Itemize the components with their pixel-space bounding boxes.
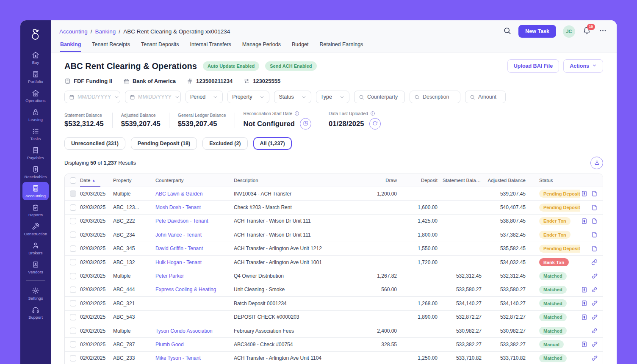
invoice-icon[interactable] xyxy=(581,314,587,320)
sidebar-item-accounting[interactable]: Accounting xyxy=(22,182,49,200)
counterparty-link[interactable]: Pete Davidson - Tenant xyxy=(155,218,208,224)
property-dropdown[interactable]: Property xyxy=(227,91,269,103)
column-header-statement-balance[interactable]: Statement Balance xyxy=(443,178,487,183)
sidebar-item-brokers[interactable]: Brokers xyxy=(22,239,49,257)
invoice-icon[interactable] xyxy=(581,190,587,197)
row-checkbox[interactable] xyxy=(70,355,76,361)
counterparty-link[interactable]: Plumb Good xyxy=(155,342,184,347)
amount-search-input[interactable]: Amount xyxy=(465,91,506,103)
unlink-icon[interactable] xyxy=(591,314,598,320)
actions-button[interactable]: Actions xyxy=(563,59,603,73)
row-checkbox[interactable] xyxy=(70,314,76,320)
new-task-button[interactable]: New Task xyxy=(518,25,556,38)
row-checkbox[interactable] xyxy=(70,273,76,279)
document-icon[interactable] xyxy=(591,218,598,224)
counterparty-link[interactable]: ABC Lawn & Garden xyxy=(155,191,202,197)
app-logo-swan-icon[interactable] xyxy=(26,25,45,44)
row-checkbox[interactable] xyxy=(70,300,76,306)
counterparty-link[interactable]: Express Cooling & Heating xyxy=(155,287,216,292)
document-icon[interactable] xyxy=(591,245,598,252)
counterparty-search-input[interactable]: Counterparty xyxy=(354,91,405,103)
row-checkbox[interactable] xyxy=(70,232,76,238)
user-avatar[interactable]: JC xyxy=(563,25,575,38)
invoice-icon[interactable] xyxy=(581,218,587,224)
refresh-button[interactable] xyxy=(369,118,381,130)
status-dropdown[interactable]: Status xyxy=(274,91,311,103)
tab-internal-transfers[interactable]: Internal Transfers xyxy=(190,41,231,52)
row-checkbox[interactable] xyxy=(70,259,76,265)
column-header-adjusted-balance[interactable]: Adjusted Balance xyxy=(487,178,531,183)
counterparty-link[interactable]: Mike Tyson - Tenant xyxy=(155,355,201,361)
sidebar-item-support[interactable]: Support xyxy=(22,303,49,322)
breadcrumb-banking[interactable]: Banking xyxy=(95,28,116,35)
unlink-icon[interactable] xyxy=(591,341,598,347)
date-to-input[interactable]: MM/DD/YYYY xyxy=(125,91,181,103)
tab-retained-earnings[interactable]: Retained Earnings xyxy=(320,41,363,52)
counterparty-link[interactable]: Mosh Dosh - Tenant xyxy=(155,204,201,210)
sidebar-item-payables[interactable]: Payables xyxy=(22,144,49,162)
download-button[interactable] xyxy=(590,157,603,169)
document-icon[interactable] xyxy=(591,190,598,197)
chip-unreconciled-331[interactable]: Unreconciled (331) xyxy=(64,137,125,150)
column-header-deposit[interactable]: Deposit xyxy=(402,178,443,183)
sidebar-item-tasks[interactable]: Tasks xyxy=(22,125,49,143)
sidebar-item-leasing[interactable]: Leasing xyxy=(22,106,49,124)
tab-banking[interactable]: Banking xyxy=(60,41,81,52)
row-checkbox[interactable] xyxy=(70,287,76,293)
unlink-icon[interactable] xyxy=(591,287,598,293)
column-header-property[interactable]: Property xyxy=(113,178,155,183)
unlink-icon[interactable] xyxy=(591,328,598,334)
column-header-status[interactable]: Status xyxy=(531,178,580,183)
chip-all-1-237[interactable]: All (1,237) xyxy=(253,137,292,150)
row-checkbox[interactable] xyxy=(70,204,76,211)
unlink-icon[interactable] xyxy=(591,355,598,361)
upload-bai-file-button[interactable]: Upload BAI File xyxy=(507,59,559,73)
document-icon[interactable] xyxy=(591,204,598,211)
type-dropdown[interactable]: Type xyxy=(316,91,349,103)
tab-tenant-deposits[interactable]: Tenant Deposits xyxy=(141,41,179,52)
sidebar-item-reports[interactable]: Reports xyxy=(22,201,49,219)
column-header-date[interactable]: Date▲ xyxy=(80,174,113,187)
cell-date: 02/03/2025 xyxy=(80,287,113,292)
sidebar-item-receivables[interactable]: Receivables xyxy=(22,163,49,181)
sidebar-item-vendors[interactable]: Vendors xyxy=(22,258,49,276)
global-search-button[interactable] xyxy=(502,27,512,36)
row-checkbox[interactable] xyxy=(70,341,76,347)
breadcrumb-accounting[interactable]: Accounting xyxy=(59,28,88,35)
edit-button[interactable] xyxy=(300,118,311,130)
unlink-icon[interactable] xyxy=(591,273,598,279)
sidebar-item-operations[interactable]: Operations xyxy=(22,87,49,105)
chip-pending-deposit-18[interactable]: Pending Deposit (18) xyxy=(131,137,197,150)
row-checkbox[interactable] xyxy=(70,245,76,252)
sidebar-item-construction[interactable]: Construction xyxy=(22,220,49,238)
period-dropdown[interactable]: Period xyxy=(186,91,223,103)
chip-excluded-2[interactable]: Excluded (2) xyxy=(202,137,247,150)
invoice-icon[interactable] xyxy=(581,300,587,306)
invoice-icon[interactable] xyxy=(581,287,587,293)
counterparty-link[interactable]: David Griffin - Tenant xyxy=(155,245,203,251)
select-all-checkbox[interactable] xyxy=(70,177,76,184)
tab-budget[interactable]: Budget xyxy=(292,41,309,52)
row-checkbox[interactable] xyxy=(70,328,76,334)
row-checkbox[interactable] xyxy=(70,218,76,224)
counterparty-link[interactable]: John Vance - Tenant xyxy=(155,232,202,238)
tab-manage-periods[interactable]: Manage Periods xyxy=(242,41,281,52)
column-header-draw[interactable]: Draw xyxy=(363,178,402,183)
counterparty-link[interactable]: Peter Parker xyxy=(155,273,184,279)
chevron-down-icon xyxy=(259,94,265,100)
sidebar-item-settings[interactable]: Settings xyxy=(22,284,49,303)
sidebar-item-portfolio[interactable]: Portfolio xyxy=(22,68,49,86)
invoice-icon[interactable] xyxy=(581,341,587,347)
column-header-description[interactable]: Description xyxy=(234,178,363,183)
unlink-icon[interactable] xyxy=(591,300,598,306)
document-icon[interactable] xyxy=(591,232,598,238)
description-search-input[interactable]: Description xyxy=(410,91,460,103)
counterparty-link[interactable]: Hulk Hogan - Tenant xyxy=(155,259,202,265)
date-from-input[interactable]: MM/DD/YYYY xyxy=(64,91,120,103)
more-options-button[interactable] xyxy=(598,27,607,36)
column-header-counterparty[interactable]: Counterparty xyxy=(155,178,234,183)
counterparty-link[interactable]: Tyson Condo Association xyxy=(155,328,213,334)
link-icon[interactable] xyxy=(591,259,598,265)
tab-tenant-receipts[interactable]: Tenant Receipts xyxy=(92,41,130,52)
sidebar-item-buy[interactable]: Buy xyxy=(22,49,49,67)
